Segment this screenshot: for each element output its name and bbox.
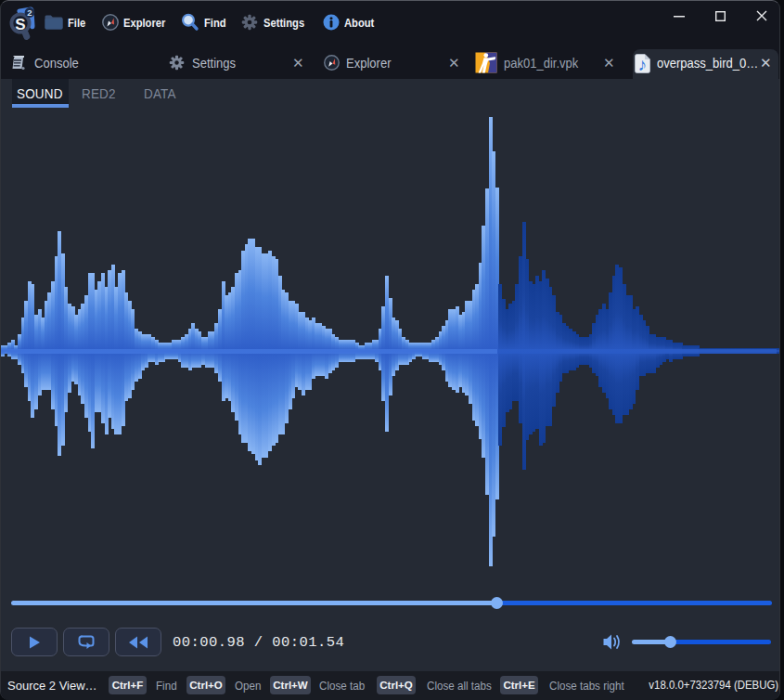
svg-text:♪: ♪: [638, 55, 648, 73]
svg-text:2: 2: [27, 7, 32, 18]
svg-text:S: S: [15, 16, 25, 33]
